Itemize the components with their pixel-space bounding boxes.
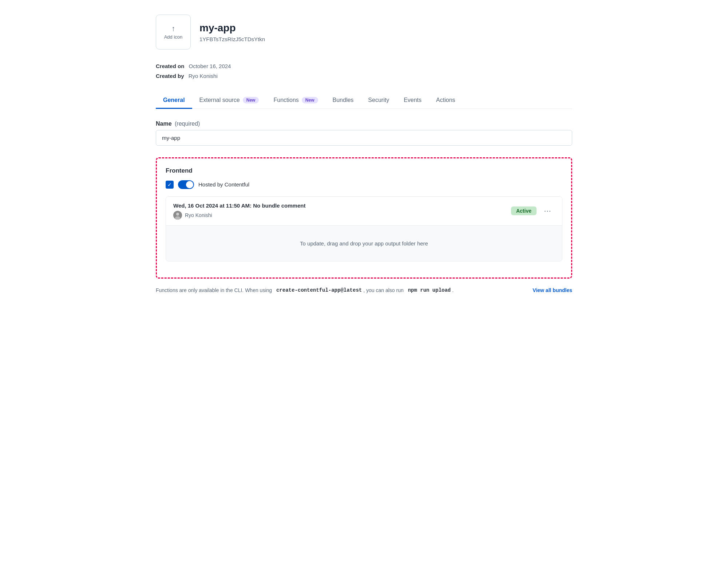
bundle-user-name: Ryo Konishi	[185, 212, 212, 218]
toggle-knob	[186, 181, 193, 188]
more-options-button[interactable]: ⋯	[541, 205, 555, 217]
frontend-title: Frontend	[166, 167, 562, 174]
check-mark-icon: ✓	[167, 182, 172, 187]
footer-text-3: .	[452, 287, 454, 293]
tab-actions[interactable]: Actions	[429, 92, 462, 109]
badge-new-functions: New	[302, 97, 318, 103]
name-field-section: Name (required)	[156, 121, 572, 146]
required-hint: (required)	[175, 121, 200, 127]
bundle-actions: Active ⋯	[511, 205, 555, 217]
footer-info: Functions are only available in the CLI.…	[156, 287, 572, 293]
add-icon-button[interactable]: ↑ Add icon	[156, 15, 191, 50]
footer-text-2: , you can also run	[363, 287, 404, 293]
app-id: 1YFBTsTzsRIzJ5cTDsYtkn	[199, 36, 265, 42]
app-title: my-app	[199, 22, 265, 34]
view-all-bundles-link[interactable]: View all bundles	[533, 287, 572, 293]
hosted-label: Hosted by Contentful	[198, 181, 249, 188]
tab-general[interactable]: General	[156, 92, 192, 109]
svg-point-1	[176, 213, 179, 216]
footer-code-2: npm run upload	[408, 287, 451, 293]
app-title-group: my-app 1YFBTsTzsRIzJ5cTDsYtkn	[199, 22, 265, 43]
bundle-card-header: Wed, 16 Oct 2024 at 11:50 AM: No bundle …	[166, 197, 562, 225]
footer-text-1: Functions are only available in the CLI.…	[156, 287, 272, 293]
hosted-toggle[interactable]	[178, 180, 194, 189]
name-field-label: Name (required)	[156, 121, 572, 127]
tab-events[interactable]: Events	[396, 92, 429, 109]
name-input[interactable]	[156, 130, 572, 146]
tab-external-source[interactable]: External source New	[192, 92, 266, 109]
upload-icon: ↑	[171, 24, 175, 33]
tab-security[interactable]: Security	[361, 92, 396, 109]
bundle-title: Wed, 16 Oct 2024 at 11:50 AM: No bundle …	[173, 202, 305, 209]
bundle-info: Wed, 16 Oct 2024 at 11:50 AM: No bundle …	[173, 202, 305, 220]
drop-zone[interactable]: To update, drag and drop your app output…	[166, 225, 562, 261]
created-by-value: Ryo Konishi	[189, 73, 218, 79]
active-badge: Active	[511, 206, 537, 215]
drop-zone-text: To update, drag and drop your app output…	[300, 240, 428, 247]
created-on-label: Created on	[156, 63, 184, 69]
created-on-row: Created on October 16, 2024	[156, 61, 572, 71]
frontend-section: Frontend ✓ Hosted by Contentful Wed, 16 …	[156, 157, 572, 279]
app-header: ↑ Add icon my-app 1YFBTsTzsRIzJ5cTDsYtkn	[156, 15, 572, 50]
tab-functions[interactable]: Functions New	[266, 92, 325, 109]
created-on-value: October 16, 2024	[189, 63, 231, 69]
created-by-label: Created by	[156, 73, 184, 79]
tab-bundles[interactable]: Bundles	[325, 92, 361, 109]
meta-info: Created on October 16, 2024 Created by R…	[156, 61, 572, 81]
footer-code-1: create-contentful-app@latest	[276, 287, 362, 293]
hosted-checkbox[interactable]: ✓	[166, 181, 174, 189]
tabs-bar: General External source New Functions Ne…	[156, 92, 572, 109]
bundle-avatar	[173, 211, 182, 220]
badge-new-external: New	[243, 97, 259, 103]
bundle-card: Wed, 16 Oct 2024 at 11:50 AM: No bundle …	[166, 196, 562, 261]
hosted-by-contentful-row: ✓ Hosted by Contentful	[166, 180, 562, 189]
bundle-user-row: Ryo Konishi	[173, 211, 305, 220]
created-by-row: Created by Ryo Konishi	[156, 71, 572, 81]
add-icon-label: Add icon	[164, 34, 183, 40]
